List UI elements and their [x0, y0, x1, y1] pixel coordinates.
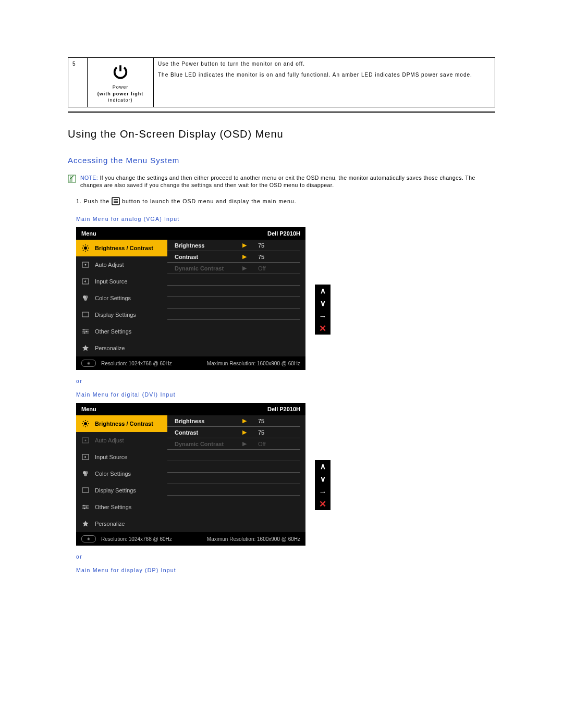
sidebar-label: Input Source: [95, 278, 127, 285]
other-settings-icon: [81, 503, 90, 511]
sidebar-item-auto-adjust[interactable]: Auto Adjust: [76, 256, 167, 273]
star-icon: [81, 344, 90, 352]
osd-menu-vga: Menu Dell P2010H Brightness / Contrast A…: [76, 227, 305, 370]
step-1: 1. Push the button to launch the OSD men…: [76, 197, 495, 205]
sidebar-label: Brightness / Contrast: [95, 421, 153, 427]
color-settings-icon: [81, 470, 90, 478]
row-label: Brightness: [167, 418, 242, 424]
sidebar-item-auto-adjust: Auto Adjust: [76, 432, 167, 449]
sidebar-label: Auto Adjust: [95, 262, 124, 268]
section-divider: [68, 112, 495, 113]
svg-point-22: [86, 507, 87, 508]
sidebar-item-color-settings[interactable]: Color Settings: [76, 290, 167, 306]
row-label: Contrast: [167, 429, 242, 436]
arrow-icon: ▶: [242, 440, 253, 447]
or-label-2: or: [76, 554, 495, 560]
row-empty: [167, 450, 300, 461]
osd-button-stack: ∧ ∨ → ✕: [315, 285, 331, 335]
arrow-icon: ▶: [242, 242, 253, 249]
osd-down-button[interactable]: ∨: [315, 297, 331, 310]
arrow-icon: ▶: [242, 429, 253, 436]
other-settings-icon: [81, 327, 90, 336]
sidebar-item-other-settings[interactable]: Other Settings: [76, 323, 167, 340]
row-brightness[interactable]: Brightness ▶ 75: [167, 240, 300, 251]
svg-point-19: [84, 473, 87, 476]
svg-point-21: [83, 505, 84, 506]
osd-up-button[interactable]: ∧: [315, 285, 331, 297]
power-description-cell: Use the Power button to turn the monitor…: [154, 58, 495, 107]
osd-exit-button[interactable]: ✕: [315, 322, 331, 335]
arrow-icon: ▶: [242, 417, 253, 424]
power-icon: [92, 63, 149, 81]
sidebar-item-brightness-contrast[interactable]: Brightness / Contrast: [76, 415, 167, 432]
sidebar-label: Personalize: [95, 521, 125, 527]
sidebar-item-other-settings[interactable]: Other Settings: [76, 499, 167, 515]
sidebar-item-color-settings[interactable]: Color Settings: [76, 465, 167, 482]
sidebar-item-display-settings[interactable]: Display Settings: [76, 482, 167, 499]
row-number: 5: [68, 58, 88, 107]
row-empty: [167, 309, 300, 320]
row-label: Contrast: [167, 254, 242, 260]
row-dynamic-contrast: Dynamic Contrast ▶ Off: [167, 438, 300, 450]
sidebar-label: Brightness / Contrast: [95, 245, 153, 251]
sidebar-label: Color Settings: [95, 295, 131, 301]
row-contrast[interactable]: Contrast ▶ 75: [167, 251, 300, 263]
svg-point-8: [84, 298, 87, 301]
row-empty: [167, 473, 300, 484]
sun-icon: [81, 244, 90, 252]
row-brightness[interactable]: Brightness ▶ 75: [167, 415, 300, 427]
timing-pill-icon: ◉: [81, 360, 96, 367]
power-button-table: 5 Power (with power light indicator) Use…: [68, 57, 495, 107]
heading-accessing-menu: Accessing the Menu System: [68, 156, 495, 165]
or-label-1: or: [76, 378, 495, 384]
osd-up-button[interactable]: ∧: [315, 460, 331, 473]
svg-point-4: [85, 264, 87, 266]
footer-resolution: Resolution: 1024x768 @ 60Hz: [101, 536, 172, 542]
row-label: Dynamic Contrast: [167, 265, 242, 272]
note-label: NOTE:: [80, 175, 98, 181]
svg-point-11: [86, 331, 87, 332]
heading-osd-menu: Using the On-Screen Display (OSD) Menu: [68, 128, 495, 140]
caption-dp: Main Menu for display (DP) Input: [76, 567, 495, 573]
svg-point-13: [84, 422, 87, 425]
sidebar-item-personalize[interactable]: Personalize: [76, 515, 167, 532]
footer-resolution: Resolution: 1024x768 @ 60Hz: [101, 361, 172, 366]
row-value: Off: [253, 441, 265, 447]
row-label: Brightness: [167, 242, 242, 249]
row-contrast[interactable]: Contrast ▶ 75: [167, 427, 300, 438]
sidebar-label: Display Settings: [95, 312, 136, 318]
input-source-icon: [81, 277, 90, 286]
power-label-3: indicator): [108, 97, 132, 103]
svg-point-15: [85, 440, 87, 441]
row-empty: [167, 286, 300, 297]
svg-point-12: [84, 332, 85, 334]
osd-enter-button[interactable]: →: [315, 310, 331, 322]
step1-prefix: 1. Push the: [76, 198, 109, 204]
display-settings-icon: [81, 486, 90, 495]
arrow-icon: ▶: [242, 265, 253, 272]
svg-rect-20: [82, 488, 89, 492]
row-value: 75: [253, 429, 264, 436]
footer-max-resolution: Maximun Resolution: 1600x900 @ 60Hz: [207, 361, 300, 366]
osd-enter-button[interactable]: →: [315, 485, 331, 498]
osd-down-button[interactable]: ∨: [315, 473, 331, 485]
input-source-icon: [81, 453, 90, 461]
sidebar-label: Color Settings: [95, 471, 131, 477]
sidebar-item-brightness-contrast[interactable]: Brightness / Contrast: [76, 240, 167, 256]
arrow-icon: ▶: [242, 253, 253, 260]
power-desc-2: The Blue LED indicates the monitor is on…: [158, 72, 491, 78]
osd-exit-button[interactable]: ✕: [315, 498, 331, 510]
row-dynamic-contrast: Dynamic Contrast ▶ Off: [167, 263, 300, 274]
caption-dvi: Main Menu for digital (DVI) Input: [76, 391, 495, 398]
sidebar-item-personalize[interactable]: Personalize: [76, 340, 167, 356]
row-empty: [167, 484, 300, 496]
osd-button-stack: ∧ ∨ → ✕: [315, 460, 331, 510]
sidebar-item-input-source[interactable]: Input Source: [76, 449, 167, 465]
note-icon: [68, 175, 76, 183]
sidebar-label: Auto Adjust: [95, 437, 124, 443]
osd-model: Dell P2010H: [267, 406, 300, 412]
sidebar-item-input-source[interactable]: Input Source: [76, 273, 167, 290]
sidebar-label: Other Settings: [95, 504, 131, 510]
display-settings-icon: [81, 311, 90, 319]
sidebar-item-display-settings[interactable]: Display Settings: [76, 306, 167, 323]
